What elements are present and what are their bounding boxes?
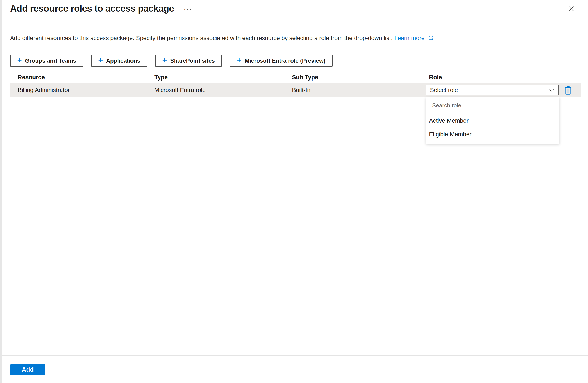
search-role-input[interactable] — [429, 101, 556, 110]
column-header-sub-type: Sub Type — [292, 74, 429, 81]
button-label: SharePoint sites — [170, 57, 215, 64]
column-header-resource: Resource — [18, 74, 154, 81]
button-label: Applications — [106, 57, 140, 64]
learn-more-link[interactable]: Learn more — [394, 35, 424, 41]
role-select-value: Select role — [430, 87, 458, 94]
type-cell: Microsoft Entra role — [154, 87, 292, 94]
plus-icon: + — [162, 56, 167, 64]
role-options-list: Active Member Eligible Member — [426, 114, 559, 141]
resource-toolbar: + Groups and Teams + Applications + Shar… — [10, 55, 578, 67]
panel-description-row: Add different resources to this access p… — [10, 34, 578, 42]
title-group: Add resource roles to access package ··· — [10, 2, 566, 15]
resource-table: Resource Type Sub Type Role Billing Admi… — [10, 71, 581, 97]
external-link-icon — [428, 35, 434, 41]
resource-cell: Billing Administrator — [18, 87, 154, 94]
role-option-active-member[interactable]: Active Member — [426, 114, 559, 127]
close-icon[interactable] — [566, 3, 577, 15]
role-select-dropdown[interactable]: Select role — [426, 85, 559, 95]
column-header-role: Role — [429, 74, 581, 81]
add-button[interactable]: Add — [10, 364, 45, 375]
sub-type-cell: Built-In — [292, 87, 429, 94]
role-option-eligible-member[interactable]: Eligible Member — [426, 127, 559, 141]
page-edge-strip — [0, 0, 1, 383]
page-title: Add resource roles to access package — [10, 2, 174, 15]
panel-header: Add resource roles to access package ··· — [0, 0, 588, 15]
button-label: Microsoft Entra role (Preview) — [245, 57, 325, 64]
chevron-down-icon — [548, 88, 554, 92]
trash-icon — [564, 85, 573, 95]
add-sharepoint-sites-button[interactable]: + SharePoint sites — [155, 55, 222, 67]
table-row: Billing Administrator Microsoft Entra ro… — [10, 83, 581, 97]
more-options-icon[interactable]: ··· — [184, 6, 192, 13]
footer-divider — [1, 355, 588, 356]
add-resource-roles-panel: Add resource roles to access package ···… — [0, 0, 588, 97]
column-header-type: Type — [154, 74, 292, 81]
plus-icon: + — [17, 56, 22, 64]
add-applications-button[interactable]: + Applications — [91, 55, 147, 67]
add-groups-and-teams-button[interactable]: + Groups and Teams — [10, 55, 83, 67]
role-cell: Select role — [426, 85, 581, 96]
plus-icon: + — [98, 56, 103, 64]
delete-row-button[interactable] — [563, 85, 573, 96]
plus-icon: + — [237, 56, 242, 64]
close-x-glyph — [568, 5, 575, 12]
add-entra-role-button[interactable]: + Microsoft Entra role (Preview) — [230, 55, 333, 67]
role-dropdown-panel: Active Member Eligible Member — [426, 97, 559, 144]
button-label: Groups and Teams — [25, 57, 76, 64]
panel-description: Add different resources to this access p… — [10, 35, 393, 41]
table-header-row: Resource Type Sub Type Role — [10, 71, 581, 83]
